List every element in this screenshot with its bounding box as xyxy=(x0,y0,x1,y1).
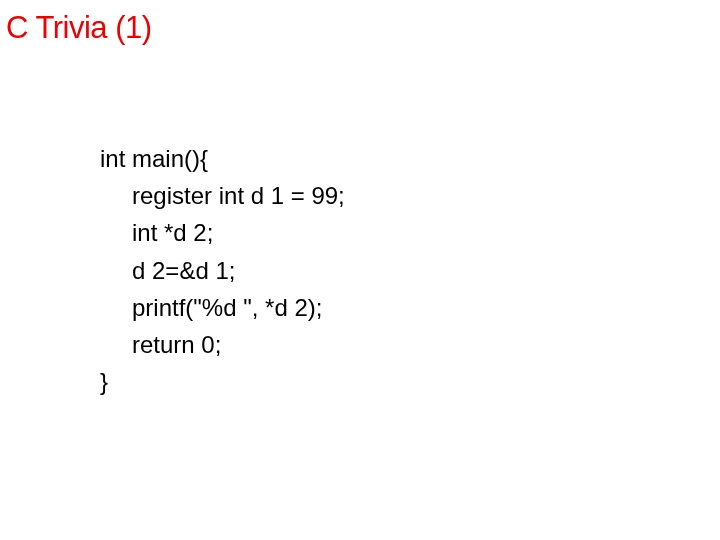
code-line-register: register int d 1 = 99; xyxy=(100,177,345,214)
code-line-return: return 0; xyxy=(100,326,345,363)
code-line-close-brace: } xyxy=(100,363,345,400)
slide-title: C Trivia (1) xyxy=(0,0,720,56)
code-block: int main(){ register int d 1 = 99; int *… xyxy=(100,140,345,400)
code-line-printf: printf("%d ", *d 2); xyxy=(100,289,345,326)
code-line-assign: d 2=&d 1; xyxy=(100,252,345,289)
code-line-main-open: int main(){ xyxy=(100,140,345,177)
code-line-int-ptr: int *d 2; xyxy=(100,214,345,251)
